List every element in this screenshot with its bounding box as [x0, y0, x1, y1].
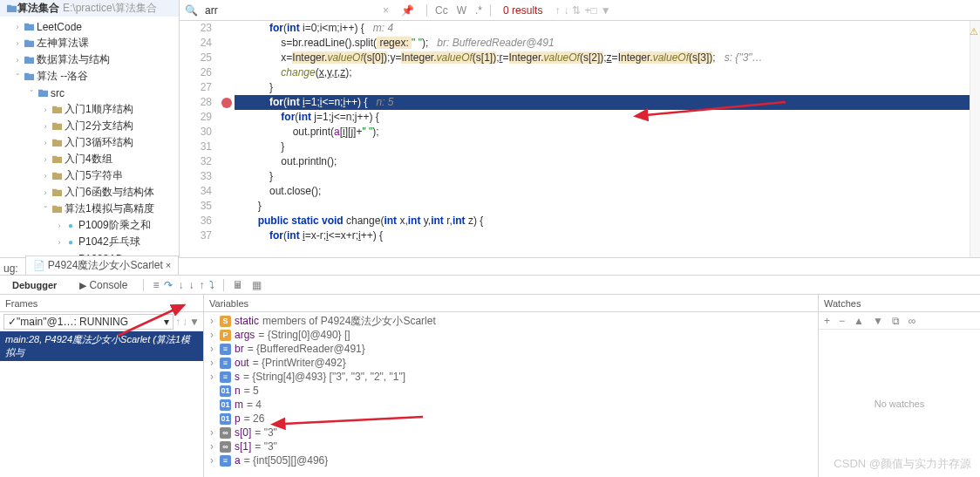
- watches-header: Watches: [819, 295, 980, 312]
- editor-area: 🔍 × 📌 Cc W .* 0 results ↑ ↓ ⇅ +□ ▼ 23242…: [180, 0, 980, 257]
- error-stripe[interactable]: ⚠: [970, 21, 980, 257]
- annotation-arrow: [279, 408, 427, 437]
- filter-frames-icon[interactable]: ▼: [189, 316, 200, 328]
- variable-row[interactable]: ›P args = {String[0]@490} []: [208, 328, 814, 342]
- annotation-arrow: [113, 305, 183, 343]
- watches-panel: Watches + − ▲ ▼ ⧉ ∞ No watches: [818, 295, 980, 477]
- project-sidebar: 算法集合 E:\practice\算法集合 ›LeetCode›左神算法课›数据…: [0, 0, 180, 257]
- debug-session-tab[interactable]: 📄 P4924魔法少女小Scarlet ×: [25, 256, 180, 275]
- regex-toggle[interactable]: .*: [473, 4, 485, 17]
- project-name: 算法集合: [17, 1, 59, 16]
- console-tab[interactable]: ▶ Console: [72, 277, 134, 293]
- tree-item[interactable]: ›P1042乒乓球: [0, 234, 179, 250]
- move-up-icon[interactable]: ▲: [854, 315, 864, 327]
- folder-icon: [5, 3, 17, 14]
- tree-item[interactable]: ˅src: [0, 85, 179, 101]
- search-bar: 🔍 × 📌 Cc W .* 0 results ↑ ↓ ⇅ +□ ▼: [180, 0, 980, 21]
- tree-item[interactable]: ›P1009阶乘之和: [0, 217, 179, 234]
- tree-item[interactable]: ›入门3循环结构: [0, 134, 179, 151]
- variable-row[interactable]: ›∞ s[1] = "3": [208, 440, 814, 453]
- project-path: E:\practice\算法集合: [63, 1, 157, 16]
- tree-item[interactable]: ›入门4数组: [0, 151, 179, 167]
- next-frame-icon[interactable]: ↓: [182, 316, 187, 328]
- tree-item[interactable]: ›入门5字符串: [0, 167, 179, 184]
- remove-watch-icon[interactable]: −: [839, 315, 845, 327]
- tree-item[interactable]: ›数据算法与结构: [0, 51, 179, 68]
- filter-icon[interactable]: ▼: [601, 4, 611, 17]
- svg-line-0: [646, 102, 786, 115]
- results-count: 0 results: [503, 4, 542, 17]
- step-over-icon[interactable]: ↷: [164, 279, 173, 291]
- search-input[interactable]: [203, 3, 378, 18]
- show-exec-icon[interactable]: ≡: [153, 279, 159, 291]
- prev-match-icon[interactable]: ↑: [555, 4, 560, 17]
- tree-item[interactable]: ›入门2分支结构: [0, 118, 179, 134]
- search-icon: 🔍: [185, 4, 198, 17]
- evaluate-icon[interactable]: 🖩: [233, 279, 243, 291]
- step-controls: ≡ ↷ ↓ ↓ ↑ ⤵: [153, 279, 214, 291]
- next-match-icon[interactable]: ↓: [563, 4, 568, 17]
- tree-item[interactable]: ˅算法 --洛谷: [0, 68, 179, 85]
- run-to-cursor-icon[interactable]: ⤵: [209, 279, 214, 291]
- force-step-icon[interactable]: ↓: [188, 279, 194, 291]
- copy-icon[interactable]: ⧉: [892, 315, 900, 327]
- match-case-toggle[interactable]: Cc: [432, 4, 451, 17]
- variable-row[interactable]: ›≡ s = {String[4]@493} ["3", "3", "2", "…: [208, 370, 814, 384]
- move-down-icon[interactable]: ▼: [873, 315, 883, 327]
- step-out-icon[interactable]: ↑: [199, 279, 204, 291]
- tree-item[interactable]: ˅算法1模拟与高精度: [0, 201, 179, 217]
- add-selection-icon[interactable]: +□: [584, 4, 596, 17]
- tree-item[interactable]: ›左神算法课: [0, 35, 179, 51]
- variable-row[interactable]: ›≡ out = {PrintWriter@492}: [208, 356, 814, 370]
- variables-header: Variables: [204, 295, 818, 312]
- code-editor[interactable]: 232425262728293031323334353637 for(int i…: [180, 21, 980, 257]
- clear-search-icon[interactable]: ×: [383, 4, 389, 17]
- settings-icon[interactable]: ▦: [252, 279, 262, 291]
- variable-row[interactable]: ›≡ a = {int[505][]@496}: [208, 453, 814, 467]
- debug-label: ug:: [3, 262, 18, 275]
- variable-row[interactable]: 01 n = 5: [208, 384, 814, 398]
- breadcrumb-root[interactable]: 算法集合 E:\practice\算法集合: [0, 0, 179, 17]
- debugger-tab[interactable]: Debugger: [5, 278, 64, 292]
- select-all-icon[interactable]: ⇅: [572, 4, 581, 17]
- step-into-icon[interactable]: ↓: [178, 279, 183, 291]
- annotation-arrow: [642, 98, 790, 126]
- whole-word-toggle[interactable]: W: [454, 4, 469, 17]
- link-icon[interactable]: ∞: [909, 315, 916, 327]
- warning-mark-icon: ⚠: [970, 26, 978, 37]
- variable-row[interactable]: ›≡ br = {BufferedReader@491}: [208, 342, 814, 356]
- tree-item[interactable]: ›LeetCode: [0, 18, 179, 35]
- debug-tab-bar: ug: 📄 P4924魔法少女小Scarlet ×: [0, 258, 980, 276]
- tree-item[interactable]: ›入门1顺序结构: [0, 101, 179, 118]
- variables-panel: Variables ›S static members of P4924魔法少女…: [204, 295, 818, 477]
- tree-item[interactable]: ›入门6函数与结构体: [0, 184, 179, 201]
- add-watch-icon[interactable]: +: [824, 315, 830, 327]
- frames-panel: Frames ✓"main"@1…: RUNNING▾ ↑ ↓ ▼ main:2…: [0, 295, 204, 477]
- debugger-subtabs: Debugger ▶ Console ≡ ↷ ↓ ↓ ↑ ⤵ 🖩 ▦: [0, 276, 980, 295]
- watermark: CSDN @颜值与实力并存源: [834, 456, 971, 472]
- variable-row[interactable]: ›S static members of P4924魔法少女小Scarlet: [208, 314, 814, 328]
- watches-empty-text: No watches: [819, 330, 980, 477]
- pin-icon[interactable]: 📌: [401, 4, 414, 17]
- svg-line-1: [118, 310, 174, 336]
- svg-line-2: [283, 417, 423, 424]
